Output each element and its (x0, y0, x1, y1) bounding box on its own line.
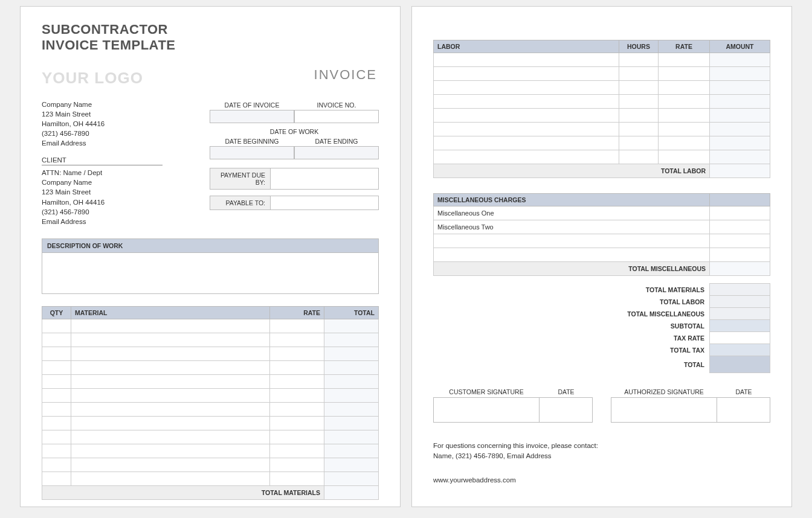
table-row[interactable] (42, 319, 379, 333)
table-row[interactable]: Miscellaneous Two (434, 220, 770, 234)
date-ending-input[interactable] (294, 146, 379, 159)
footer-line1: For questions concerning this invoice, p… (433, 441, 770, 451)
summary-total-label: TOTAL (433, 356, 710, 373)
payable-to-input[interactable] (271, 196, 378, 209)
summary-tax-rate-label: TAX RATE (433, 332, 710, 344)
payable-to-label: PAYABLE TO: (210, 196, 271, 209)
summary-table: TOTAL MATERIALS TOTAL LABOR TOTAL MISCEL… (433, 283, 770, 373)
table-row[interactable] (42, 458, 379, 472)
table-row[interactable] (434, 109, 770, 123)
misc-row-1: Miscellaneous Two (434, 220, 710, 234)
table-row[interactable] (434, 53, 770, 67)
customer-signature-input[interactable] (433, 397, 540, 423)
misc-total-row: TOTAL MISCELLANEOUS (434, 262, 770, 276)
misc-row-0: Miscellaneous One (434, 206, 710, 220)
title-line-2: INVOICE TEMPLATE (42, 37, 379, 53)
misc-total-label: TOTAL MISCELLANEOUS (434, 262, 710, 276)
date-of-work-label: DATE OF WORK (210, 127, 379, 136)
payment-due-label: PAYMENT DUE BY: (210, 168, 271, 189)
table-row[interactable] (42, 444, 379, 458)
table-row[interactable] (42, 472, 379, 485)
misc-row-2 (434, 234, 710, 248)
customer-date-label: DATE (540, 388, 593, 397)
table-row[interactable] (434, 136, 770, 150)
misc-header: MISCELLANEOUS CHARGES (434, 194, 710, 206)
table-row[interactable] (42, 347, 379, 360)
invoice-heading: INVOICE (314, 67, 377, 83)
client-section-header: CLIENT (42, 156, 163, 165)
table-row[interactable] (434, 234, 770, 248)
table-row[interactable] (434, 67, 770, 81)
summary-tax-rate-value[interactable] (710, 332, 770, 344)
summary-total-misc-value (710, 308, 770, 320)
table-row[interactable] (42, 416, 379, 430)
materials-total-value (324, 485, 379, 499)
labor-header-labor: LABOR (434, 40, 619, 53)
materials-total-label: TOTAL MATERIALS (42, 485, 324, 499)
customer-date-input[interactable] (540, 397, 593, 423)
labor-total-row: TOTAL LABOR (434, 164, 770, 178)
labor-header-hours: HOURS (619, 40, 659, 53)
summary-total-labor-label: TOTAL LABOR (433, 296, 710, 308)
table-row[interactable] (434, 81, 770, 95)
signature-row: CUSTOMER SIGNATURE DATE AUTHORIZED SIGNA… (433, 388, 770, 423)
description-header: DESCRIPTION OF WORK (42, 238, 379, 253)
table-row[interactable] (42, 333, 379, 347)
summary-subtotal-value (710, 320, 770, 332)
footer-line2: Name, (321) 456-7890, Email Address (433, 451, 770, 461)
table-row[interactable] (434, 123, 770, 136)
summary-subtotal-label: SUBTOTAL (433, 320, 710, 332)
description-section: DESCRIPTION OF WORK (42, 238, 379, 294)
invoice-no-label: INVOICE NO. (294, 100, 379, 110)
description-input[interactable] (42, 253, 379, 294)
authorized-signature-input[interactable] (611, 397, 717, 423)
table-row[interactable] (434, 150, 770, 164)
footer-web: www.yourwebaddress.com (433, 475, 770, 485)
table-row[interactable] (42, 430, 379, 444)
table-row[interactable] (42, 360, 379, 374)
footer-block: For questions concerning this invoice, p… (433, 441, 770, 485)
table-row[interactable] (434, 248, 770, 262)
payment-due-input[interactable] (271, 168, 378, 189)
payment-due-row: PAYMENT DUE BY: (210, 168, 379, 190)
date-beginning-label: DATE BEGINNING (210, 136, 294, 146)
invoice-page-2: LABOR HOURS RATE AMOUNT TOTAL LABOR MISC (411, 6, 792, 507)
misc-row-3 (434, 248, 710, 262)
invoice-page-1: SUBCONTRACTOR INVOICE TEMPLATE YOUR LOGO… (20, 6, 401, 507)
table-row[interactable] (42, 388, 379, 402)
customer-signature-group: CUSTOMER SIGNATURE DATE (433, 388, 593, 423)
labor-total-label: TOTAL LABOR (434, 164, 710, 178)
labor-header-rate: RATE (659, 40, 710, 53)
client-email: Email Address (42, 217, 379, 226)
invoice-no-input[interactable] (294, 110, 379, 123)
table-row[interactable] (42, 402, 379, 416)
summary-total-tax-label: TOTAL TAX (433, 344, 710, 356)
labor-header-amount: AMOUNT (710, 40, 770, 53)
date-of-invoice-input[interactable] (210, 110, 294, 123)
table-row[interactable] (42, 374, 379, 388)
materials-table: QTY MATERIAL RATE TOTAL TOTAL MATERIALS (42, 306, 379, 500)
authorized-signature-label: AUTHORIZED SIGNATURE (611, 388, 717, 397)
authorized-signature-group: AUTHORIZED SIGNATURE DATE (611, 388, 770, 423)
summary-total-labor-value (710, 296, 770, 308)
title-line-1: SUBCONTRACTOR (42, 22, 379, 37)
authorized-date-label: DATE (717, 388, 770, 397)
invoice-meta-area: DATE OF INVOICE INVOICE NO. DATE OF WORK… (210, 100, 379, 210)
summary-total-materials-label: TOTAL MATERIALS (433, 284, 710, 296)
table-row[interactable] (434, 95, 770, 109)
materials-header-qty: QTY (42, 306, 71, 319)
payable-to-row: PAYABLE TO: (210, 196, 379, 210)
authorized-date-input[interactable] (717, 397, 770, 423)
misc-table: MISCELLANEOUS CHARGES Miscellaneous One … (433, 193, 770, 276)
summary-total-misc-label: TOTAL MISCELLANEOUS (433, 308, 710, 320)
table-row[interactable]: Miscellaneous One (434, 206, 770, 220)
customer-signature-label: CUSTOMER SIGNATURE (433, 388, 540, 397)
labor-total-value (710, 164, 770, 178)
date-beginning-input[interactable] (210, 146, 294, 159)
summary-total-materials-value (710, 284, 770, 296)
template-title: SUBCONTRACTOR INVOICE TEMPLATE (42, 22, 379, 54)
date-of-invoice-label: DATE OF INVOICE (210, 100, 294, 110)
summary-total-value (710, 356, 770, 373)
materials-total-row: TOTAL MATERIALS (42, 485, 379, 499)
materials-header-rate: RATE (270, 306, 324, 319)
